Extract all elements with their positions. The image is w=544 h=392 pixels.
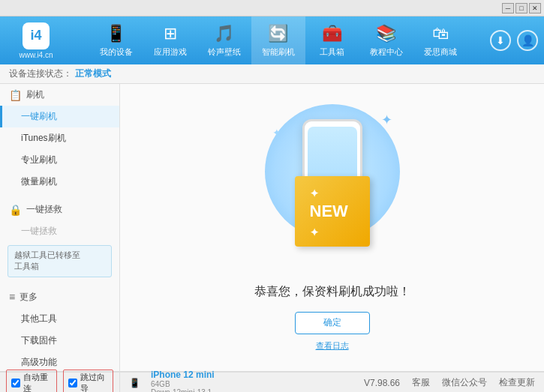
pro-flash-label: 专业刷机 — [21, 154, 57, 165]
full-bottom: 自动重连 跳过向导 📱 iPhone 12 mini 64GB Down-12m… — [0, 371, 544, 392]
sidebar-item-onekey-flash[interactable]: 一键刷机 — [0, 106, 119, 127]
nav-store-label: 爱思商城 — [424, 46, 457, 58]
nav-apps-games[interactable]: ⊞ 应用游戏 — [143, 16, 197, 64]
smart-flash-icon: 🔄 — [268, 24, 288, 43]
onekey-flash-label: 一键刷机 — [21, 111, 57, 121]
logo: i4 www.i4.cn — [6, 22, 66, 59]
bottom-main-row: 自动重连 跳过向导 📱 iPhone 12 mini 64GB Down-12m… — [0, 372, 544, 392]
more-section-icon: ≡ — [9, 291, 15, 303]
advanced-label: 高级功能 — [21, 357, 57, 367]
more-section-label: 更多 — [20, 291, 38, 304]
bottom-content-portion: 📱 iPhone 12 mini 64GB Down-12mini-13,1 V… — [120, 373, 544, 392]
save-flash-label: 微量刷机 — [21, 176, 57, 187]
main-content: 📋 刷机 一键刷机 iTunes刷机 专业刷机 微量刷机 🔒 一键拯救 一键拯救… — [0, 84, 544, 371]
nav-tutorial-label: 教程中心 — [370, 46, 403, 58]
download-fw-label: 下载固件 — [21, 335, 57, 346]
logo-text: i4 — [30, 28, 41, 43]
nav-smart-flash[interactable]: 🔄 智能刷机 — [251, 16, 305, 64]
nav-toolbox-label: 工具箱 — [320, 46, 344, 58]
wechat-link[interactable]: 微信公众号 — [442, 376, 487, 389]
device-phone-icon: 📱 — [129, 378, 140, 388]
logo-icon: i4 — [23, 22, 50, 49]
sidebar-item-save-flash[interactable]: 微量刷机 — [0, 171, 119, 193]
sidebar-item-pro-flash[interactable]: 专业刷机 — [0, 149, 119, 171]
device-info: 📱 iPhone 12 mini 64GB Down-12mini-13,1 — [129, 370, 215, 393]
download-button[interactable]: ⬇ — [490, 30, 511, 51]
note-text: 越狱工具已转移至工具箱 — [14, 250, 80, 271]
rescue-section-icon: 🔒 — [9, 204, 22, 216]
view-log-link[interactable]: 查看日志 — [316, 340, 349, 352]
close-button[interactable]: ✕ — [529, 3, 541, 13]
phone-illustration: ✦ ✦ NEW — [257, 104, 407, 269]
auto-reconnect-checkbox[interactable] — [11, 379, 20, 388]
check-update-link[interactable]: 检查更新 — [499, 376, 535, 389]
header: i4 www.i4.cn 📱 我的设备 ⊞ 应用游戏 🎵 铃声壁纸 🔄 智能刷机… — [0, 16, 544, 64]
wallpaper-icon: 🎵 — [214, 24, 234, 43]
sidebar-item-advanced[interactable]: 高级功能 — [0, 352, 119, 371]
device-info-section: iPhone 12 mini 64GB Down-12mini-13,1 — [151, 370, 215, 393]
nav-smart-flash-label: 智能刷机 — [262, 46, 295, 58]
apps-icon: ⊞ — [164, 24, 177, 43]
nav-store[interactable]: 🛍 爱思商城 — [413, 16, 467, 64]
device-model: Down-12mini-13,1 — [151, 388, 215, 393]
minimize-button[interactable]: ─ — [502, 3, 514, 13]
status-value: 正常模式 — [75, 67, 111, 80]
maximize-button[interactable]: □ — [515, 3, 527, 13]
sidebar-section-more: ≡ 更多 — [0, 286, 119, 308]
logo-sub: www.i4.cn — [19, 51, 53, 59]
tutorial-icon: 📚 — [376, 24, 396, 43]
sparkle-left: ✦ — [272, 127, 281, 139]
user-button[interactable]: 👤 — [517, 30, 538, 51]
nav-my-device[interactable]: 📱 我的设备 — [89, 16, 143, 64]
sidebar-item-download-fw[interactable]: 下载固件 — [0, 330, 119, 352]
sparkle-right: ✦ — [381, 112, 392, 128]
toolbox-icon: 🧰 — [322, 24, 342, 43]
nav-bar: 📱 我的设备 ⊞ 应用游戏 🎵 铃声壁纸 🔄 智能刷机 🧰 工具箱 📚 教程中心… — [66, 16, 490, 64]
header-right: ⬇ 👤 — [490, 30, 538, 51]
title-bar: ─ □ ✕ — [0, 0, 544, 16]
phone-icon: 📱 — [106, 24, 126, 43]
sidebar-section-rescue: 🔒 一键拯救 — [0, 199, 119, 220]
nav-apps-label: 应用游戏 — [154, 46, 187, 58]
checkbox-auto-reconnect[interactable]: 自动重连 — [6, 370, 57, 393]
sidebar-section-flash: 📋 刷机 — [0, 84, 119, 106]
sidebar-grayed-rescue: 一键拯救 — [0, 220, 119, 242]
status-bar: 设备连接状态： 正常模式 — [0, 64, 544, 84]
store-icon: 🛍 — [432, 24, 449, 43]
content-area: ✦ ✦ NEW 恭喜您，保资料刷机成功啦！ 确定 查看日志 — [120, 84, 544, 371]
sidebar: 📋 刷机 一键刷机 iTunes刷机 专业刷机 微量刷机 🔒 一键拯救 一键拯救… — [0, 84, 120, 371]
window-controls[interactable]: ─ □ ✕ — [502, 3, 541, 13]
skip-wizard-checkbox[interactable] — [68, 379, 77, 388]
sidebar-item-itunes-flash[interactable]: iTunes刷机 — [0, 127, 119, 149]
skip-wizard-label: 跳过向导 — [80, 372, 109, 393]
other-tools-label: 其他工具 — [21, 313, 57, 324]
checkbox-skip-wizard[interactable]: 跳过向导 — [63, 370, 114, 393]
device-storage: 64GB — [151, 380, 215, 388]
status-label: 设备连接状态： — [9, 67, 72, 80]
flash-section-icon: 📋 — [9, 89, 22, 101]
nav-wallpaper-label: 铃声壁纸 — [208, 46, 241, 58]
version-label: V7.98.66 — [364, 378, 400, 388]
sidebar-item-other-tools[interactable]: 其他工具 — [0, 308, 119, 330]
nav-toolbox[interactable]: 🧰 工具箱 — [305, 16, 359, 64]
flash-section-label: 刷机 — [26, 88, 44, 101]
auto-reconnect-label: 自动重连 — [23, 372, 52, 393]
rescue-grayed-label: 一键拯救 — [21, 226, 57, 236]
footer-links: V7.98.66 客服 微信公众号 检查更新 — [364, 376, 535, 389]
nav-tutorial[interactable]: 📚 教程中心 — [359, 16, 413, 64]
bottom-sidebar-portion: 自动重连 跳过向导 — [0, 373, 120, 392]
nav-wallpaper[interactable]: 🎵 铃声壁纸 — [197, 16, 251, 64]
sidebar-note-jailbreak: 越狱工具已转移至工具箱 — [8, 245, 112, 277]
customer-service-link[interactable]: 客服 — [412, 376, 430, 389]
new-badge: NEW — [295, 176, 370, 247]
confirm-button[interactable]: 确定 — [295, 312, 370, 334]
nav-my-device-label: 我的设备 — [100, 46, 133, 58]
rescue-section-label: 一键拯救 — [26, 203, 62, 216]
success-message: 恭喜您，保资料刷机成功啦！ — [254, 284, 410, 300]
itunes-flash-label: iTunes刷机 — [21, 133, 66, 143]
